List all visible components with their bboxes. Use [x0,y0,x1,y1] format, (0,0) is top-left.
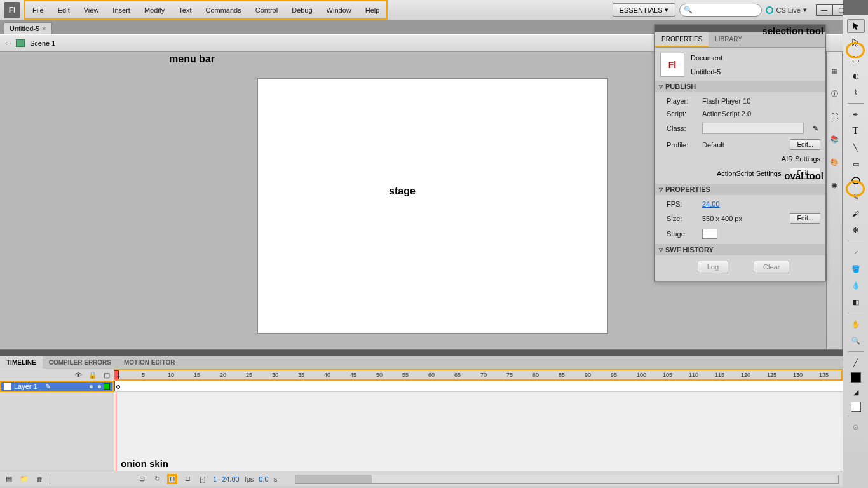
stroke-swatch[interactable] [851,372,861,383]
zoom-tool[interactable]: 🔍 [847,334,865,348]
section-publish[interactable]: ▽PUBLISH [655,81,825,92]
new-folder-button[interactable]: 📁 [19,474,29,484]
dock-color-icon[interactable]: ◉ [829,179,840,191]
stage-color-swatch[interactable] [702,229,717,239]
menu-insert[interactable]: Insert [105,6,137,14]
size-edit-button[interactable]: Edit... [790,213,820,224]
size-value: 550 x 400 px [702,215,742,222]
profile-edit-button[interactable]: Edit... [790,139,820,150]
keyframe[interactable] [114,381,119,391]
frames-area[interactable]: 1510152025303540455055606570758085909510… [114,369,843,471]
app-icon: Fl [4,2,20,18]
fill-swatch[interactable] [851,402,861,412]
timeline-drag-bar[interactable] [0,350,843,356]
dock-align-icon[interactable]: ▦ [829,65,840,76]
text-tool[interactable]: T [847,124,865,138]
frame-ruler[interactable]: 1510152025303540455055606570758085909510… [114,369,843,381]
minimize-button[interactable]: — [816,4,832,16]
timeline-scrollbar[interactable] [295,475,839,484]
deco-tool[interactable]: ❋ [847,223,865,237]
dock-info-icon[interactable]: ⓘ [829,88,840,99]
layer-row[interactable]: Layer 1 ✎ [0,381,114,392]
lock-icon[interactable]: 🔒 [88,371,97,379]
line-tool[interactable]: ╲ [847,140,865,154]
section-properties[interactable]: ▽PROPERTIES [655,184,825,195]
eyedropper-tool[interactable]: 💧 [847,278,865,292]
tools-collapse-bar[interactable] [843,0,868,15]
tab-timeline[interactable]: TIMELINE [0,356,43,369]
frame-rate[interactable]: 24.00 [222,475,240,483]
selection-tool[interactable] [847,19,865,33]
class-label: Class: [667,125,698,132]
rectangle-tool[interactable]: ▭ [847,157,865,171]
section-swf-history[interactable]: ▽SWF HISTORY [655,244,825,255]
fill-color[interactable]: ◢ [847,385,865,399]
dock-swatches-icon[interactable]: 🎨 [829,156,840,168]
tab-motion-editor[interactable]: MOTION EDITOR [118,356,181,369]
fps-value[interactable]: 24.00 [702,200,720,208]
bone-tool[interactable]: ⟋ [847,245,865,259]
frame-row[interactable] [114,381,843,392]
menu-commands[interactable]: Commands [198,6,248,14]
tab-library[interactable]: LIBRARY [709,32,749,47]
new-layer-button[interactable]: ▤ [4,474,14,484]
close-tab-icon[interactable]: × [42,25,46,32]
scene-icon [16,39,25,47]
profile-label: Profile: [667,141,698,149]
brush-tool[interactable]: 🖌 [847,207,865,220]
outline-icon[interactable]: ▢ [104,371,110,379]
free-transform-tool[interactable]: ⛶ [847,52,865,66]
3d-rotation-tool[interactable]: ◐ [847,69,865,83]
stage[interactable] [258,79,607,333]
current-frame[interactable]: 1 [213,475,217,483]
menu-file[interactable]: File [25,6,51,14]
pen-tool[interactable]: ✒ [847,107,865,121]
tab-properties[interactable]: PROPERTIES [655,32,709,47]
menu-debug[interactable]: Debug [285,6,319,14]
player-label: Player: [667,97,698,105]
pencil-icon[interactable]: ✎ [810,123,820,133]
stroke-color[interactable]: ╱ [847,356,865,370]
menu-modify[interactable]: Modify [137,6,172,14]
layer-outline-swatch[interactable] [104,383,110,390]
eraser-tool[interactable]: ◧ [847,295,865,309]
back-icon[interactable]: ⇦ [5,39,11,48]
annotation-stage: stage [389,186,416,197]
document-tab[interactable]: Untitled-5× [4,22,52,34]
scene-label[interactable]: Scene 1 [30,39,55,47]
edit-multiple-button[interactable]: [·] [198,474,208,484]
subselection-tool[interactable] [847,36,865,50]
snap-tool[interactable]: ⊙ [847,420,865,434]
hand-tool[interactable]: ✋ [847,317,865,331]
menu-window[interactable]: Window [320,6,358,14]
lasso-tool[interactable]: ⌇ [847,85,865,99]
tab-compiler-errors[interactable]: COMPILER ERRORS [43,356,118,369]
center-frame-button[interactable]: ⊡ [137,474,147,484]
delete-layer-button[interactable]: 🗑 [34,474,44,484]
cs-live-button[interactable]: CS Live▾ [766,6,807,14]
class-input[interactable] [702,123,804,134]
properties-panel: PROPERTIES LIBRARY Fl Document Untitled-… [654,24,826,281]
air-settings-label: AIR Settings [782,155,820,163]
paint-bucket-tool[interactable]: 🪣 [847,262,865,276]
log-button[interactable]: Log [698,261,728,273]
menu-text[interactable]: Text [172,6,198,14]
document-type-icon: Fl [660,53,684,77]
elapsed-time: 0.0 [259,475,268,483]
workspace-switcher[interactable]: ESSENTIALS▾ [613,3,676,17]
menu-view[interactable]: View [77,6,106,14]
pencil-tool[interactable]: ✎ [847,190,865,204]
menu-help[interactable]: Help [358,6,387,14]
layer-name[interactable]: Layer 1 [14,383,37,390]
loop-button[interactable]: ↻ [152,474,162,484]
menu-edit[interactable]: Edit [51,6,77,14]
onion-skin-outlines-button[interactable]: ⊔ [182,474,193,484]
eye-icon[interactable]: 👁 [75,371,82,379]
search-input[interactable]: 🔍 [679,4,762,17]
dock-library-icon[interactable]: 📚 [829,133,840,145]
onion-skin-button[interactable]: ⊓ [167,474,177,484]
menu-control[interactable]: Control [248,6,285,14]
clear-button[interactable]: Clear [754,261,789,273]
oval-tool[interactable] [847,173,865,187]
dock-transform-icon[interactable]: ⛶ [829,111,840,122]
